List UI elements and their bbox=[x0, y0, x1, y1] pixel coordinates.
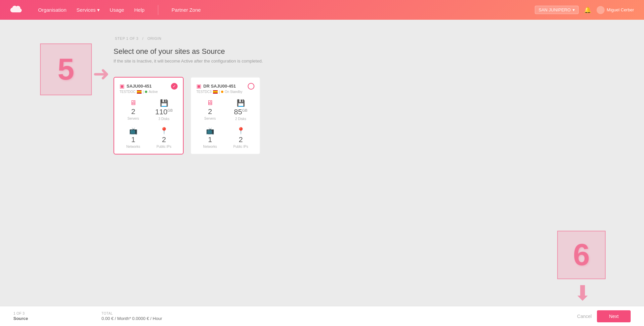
site-2-title: DR SAJU00-451 bbox=[203, 84, 236, 89]
servers-icon-1: 🖥 bbox=[130, 99, 137, 107]
site-1-public-ips-stat: 📍 2 Public IPs bbox=[150, 127, 178, 148]
storage-icon-2: 💾 bbox=[237, 99, 245, 107]
site-card-2-header: ▣ DR SAJU00-451 TESTDC3 | On Standby bbox=[196, 83, 254, 94]
footer-step-count: 1 OF 3 bbox=[13, 311, 25, 315]
footer-total-label: TOTAL bbox=[101, 312, 162, 315]
site-1-check-icon[interactable]: ✓ bbox=[171, 83, 178, 90]
step-6-block: 6 bbox=[557, 231, 606, 279]
site-2-status: On Standby bbox=[225, 90, 242, 94]
site-2-public-ips-label: Public IPs bbox=[233, 145, 248, 148]
site-2-stats: 🖥 2 Servers 💾 85GB 2 Disks 📺 1 Networks … bbox=[196, 99, 254, 148]
status-dot-active-1 bbox=[145, 91, 147, 93]
step-5-number: 5 bbox=[57, 52, 74, 87]
user-info[interactable]: Miguel Cerber bbox=[597, 6, 634, 14]
site-2-org: TESTDC3 bbox=[196, 90, 212, 94]
nav-help[interactable]: Help bbox=[134, 7, 145, 13]
footer-step: 1 OF 3 Source bbox=[13, 311, 28, 321]
header: Organisation Services ▾ Usage Help Partn… bbox=[0, 0, 644, 20]
notification-bell-icon[interactable]: 🔔 bbox=[584, 6, 591, 14]
site-1-title: SAJU00-451 bbox=[127, 84, 152, 89]
site-card-1-header: ▣ SAJU00-451 TESTDOC | Active ✓ bbox=[120, 83, 178, 94]
nav-organisation[interactable]: Organisation bbox=[38, 7, 66, 13]
site-2-storage-value: 85GB bbox=[234, 108, 247, 116]
site-2-servers-stat: 🖥 2 Servers bbox=[196, 99, 224, 121]
site-1-status: Active bbox=[149, 90, 158, 94]
site-2-public-ip-count: 2 bbox=[239, 136, 243, 143]
site-2-storage-label: 2 Disks bbox=[235, 117, 246, 121]
nav-usage[interactable]: Usage bbox=[110, 7, 124, 13]
logo[interactable] bbox=[10, 5, 25, 15]
footer-step-label: Source bbox=[13, 316, 28, 321]
site-2-network-count: 1 bbox=[208, 136, 212, 143]
site-2-servers-label: Servers bbox=[204, 117, 216, 120]
site-1-public-ip-count: 2 bbox=[162, 136, 166, 143]
chevron-down-icon: ▾ bbox=[97, 7, 100, 13]
site-2-meta: TESTDC3 | On Standby bbox=[196, 90, 242, 94]
breadcrumb: STEP 1 OF 3 / ORIGIN bbox=[114, 36, 530, 40]
region-chevron-icon: ▾ bbox=[573, 7, 575, 12]
site-1-storage-value: 110GB bbox=[155, 108, 173, 116]
nav-partner-zone[interactable]: Partner Zone bbox=[172, 7, 201, 13]
network-icon-1: 📺 bbox=[129, 127, 138, 135]
step-6-number: 6 bbox=[573, 238, 590, 272]
footer-actions: Cancel Next bbox=[577, 310, 631, 322]
site-2-check-icon[interactable] bbox=[248, 83, 254, 90]
region-label: SAN JUNIPERO bbox=[539, 7, 571, 12]
site-1-stats: 🖥 2 Servers 💾 110GB 3 Disks 📺 1 Networks… bbox=[120, 99, 178, 148]
site-1-name-block: ▣ SAJU00-451 TESTDOC | Active bbox=[120, 83, 158, 94]
step-5-block: 5 bbox=[40, 43, 92, 95]
site-card-1[interactable]: ▣ SAJU00-451 TESTDOC | Active ✓ 🖥 bbox=[114, 77, 184, 154]
page-subtitle: If the site is Inactive, it will become … bbox=[114, 59, 530, 64]
flag-icon-2 bbox=[213, 90, 218, 94]
breadcrumb-separator: / bbox=[142, 36, 144, 40]
footer-total: TOTAL 0.00 € / Month* 0.0000 € / Hour bbox=[101, 312, 162, 321]
site-1-public-ips-label: Public IPs bbox=[157, 145, 171, 148]
site-1-servers-label: Servers bbox=[128, 117, 139, 120]
server-icon-1: ▣ bbox=[120, 83, 125, 89]
site-1-org: TESTDOC bbox=[120, 90, 136, 94]
site-2-name-block: ▣ DR SAJU00-451 TESTDC3 | On Standby bbox=[196, 83, 242, 94]
site-2-status-separator: | bbox=[219, 90, 220, 94]
header-right: SAN JUNIPERO ▾ 🔔 Miguel Cerber bbox=[535, 6, 634, 14]
servers-icon-2: 🖥 bbox=[207, 99, 213, 107]
site-1-servers-stat: 🖥 2 Servers bbox=[120, 99, 147, 121]
site-1-network-count: 1 bbox=[131, 136, 135, 143]
site-1-status-separator: | bbox=[143, 90, 144, 94]
site-1-networks-label: Networks bbox=[126, 145, 140, 148]
next-button[interactable]: Next bbox=[597, 310, 631, 322]
server-icon-2: ▣ bbox=[196, 83, 201, 89]
status-dot-standby-2 bbox=[221, 91, 223, 93]
page-title: Select one of your sites as Source bbox=[114, 47, 530, 56]
public-ip-icon-2: 📍 bbox=[237, 127, 245, 135]
breadcrumb-section: ORIGIN bbox=[147, 36, 161, 40]
breadcrumb-step: STEP 1 OF 3 bbox=[115, 36, 139, 40]
site-2-networks-stat: 📺 1 Networks bbox=[196, 127, 224, 148]
sites-list: ▣ SAJU00-451 TESTDOC | Active ✓ 🖥 bbox=[114, 77, 530, 154]
site-2-public-ips-stat: 📍 2 Public IPs bbox=[227, 127, 254, 148]
footer: 1 OF 3 Source TOTAL 0.00 € / Month* 0.00… bbox=[0, 306, 644, 326]
nav-divider bbox=[158, 5, 158, 15]
site-2-storage-stat: 💾 85GB 2 Disks bbox=[227, 99, 254, 121]
site-1-storage-stat: 💾 110GB 3 Disks bbox=[150, 99, 178, 121]
nav-services[interactable]: Services ▾ bbox=[76, 7, 100, 13]
site-1-server-count: 2 bbox=[131, 108, 135, 115]
region-selector[interactable]: SAN JUNIPERO ▾ bbox=[535, 6, 579, 14]
step-6-arrow-icon: ⬇ bbox=[574, 281, 591, 305]
user-name: Miguel Cerber bbox=[607, 7, 634, 12]
public-ip-icon-1: 📍 bbox=[160, 127, 168, 135]
network-icon-2: 📺 bbox=[206, 127, 214, 135]
footer-total-value: 0.00 € / Month* 0.0000 € / Hour bbox=[101, 316, 162, 321]
step-5-arrow-icon: ➜ bbox=[93, 62, 110, 85]
site-1-storage-label: 3 Disks bbox=[159, 117, 170, 121]
site-2-server-count: 2 bbox=[208, 108, 212, 115]
main-nav: Organisation Services ▾ Usage Help Partn… bbox=[38, 5, 201, 15]
storage-icon-1: 💾 bbox=[160, 99, 168, 107]
site-1-networks-stat: 📺 1 Networks bbox=[120, 127, 147, 148]
cancel-button[interactable]: Cancel bbox=[577, 314, 592, 319]
site-1-meta: TESTDOC | Active bbox=[120, 90, 158, 94]
flag-icon-1 bbox=[137, 90, 142, 94]
site-card-2[interactable]: ▣ DR SAJU00-451 TESTDC3 | On Standby 🖥 bbox=[190, 77, 260, 154]
avatar bbox=[597, 6, 605, 14]
site-2-networks-label: Networks bbox=[203, 145, 217, 148]
